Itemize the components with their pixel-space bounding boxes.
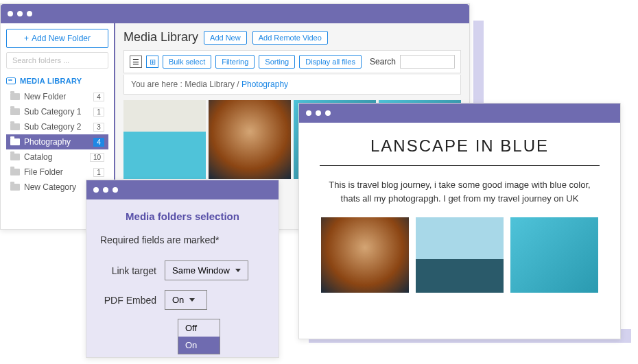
- titlebar: [1, 4, 469, 23]
- search-label: Search: [370, 57, 396, 66]
- media-folders-selection-window: Media folders selection Required fields …: [86, 180, 279, 358]
- window-dot: [103, 187, 108, 193]
- dropdown-option-on[interactable]: On: [178, 337, 220, 354]
- add-new-button[interactable]: Add New: [204, 31, 247, 45]
- folder-count-badge: 1: [93, 108, 104, 117]
- folder-count-badge: 3: [93, 123, 104, 132]
- modal-title: Media folders selection: [100, 210, 265, 222]
- window-dot: [325, 110, 331, 116]
- media-thumbnail[interactable]: [209, 100, 291, 179]
- folder-count-badge: 4: [93, 138, 104, 147]
- grid-view-button[interactable]: ⊞: [146, 56, 158, 68]
- window-dot: [306, 110, 311, 116]
- folder-count-badge: 4: [93, 93, 104, 101]
- dropdown-option-off[interactable]: Off: [178, 319, 220, 337]
- pdf-embed-dropdown: Off On: [178, 319, 220, 354]
- breadcrumb-root[interactable]: Media Library: [185, 80, 235, 89]
- folder-label: Sub Category 1: [24, 107, 89, 117]
- blog-image[interactable]: [321, 217, 409, 293]
- pdf-embed-label: PDF Embed: [100, 295, 156, 306]
- pdf-embed-value: On: [172, 295, 184, 305]
- blog-text: This is travel blog journey, i take some…: [320, 178, 600, 205]
- folder-icon: [10, 123, 20, 130]
- window-dot: [93, 187, 99, 193]
- filtering-button[interactable]: Filtering: [215, 55, 255, 69]
- titlebar: [86, 180, 279, 199]
- display-all-button[interactable]: Display all files: [299, 55, 362, 69]
- library-label: MEDIA LIBRARY: [20, 77, 82, 85]
- folder-icon: [10, 154, 20, 160]
- media-library-header: MEDIA LIBRARY: [6, 77, 108, 85]
- toolbar: ☰ ⊞ Bulk select Filtering Sorting Displa…: [123, 50, 461, 73]
- modal-subtitle: Required fields are marked*: [100, 234, 265, 245]
- folder-icon: [10, 184, 20, 191]
- sorting-button[interactable]: Sorting: [259, 55, 295, 69]
- breadcrumb-sep: /: [235, 80, 241, 89]
- divider: [320, 165, 600, 166]
- folder-list: New Folder4Sub Category 11Sub Category 2…: [6, 89, 108, 195]
- link-target-label: Link target: [100, 265, 156, 276]
- breadcrumb: You are here : Media Library / Photograp…: [123, 75, 461, 95]
- blog-title: LANSCAPE IN BLUE: [320, 136, 600, 156]
- breadcrumb-prefix: You are here :: [131, 80, 185, 89]
- library-icon: [6, 77, 16, 84]
- folder-icon: [10, 93, 20, 100]
- folder-label: Catalog: [24, 152, 86, 162]
- blog-preview-window: LANSCAPE IN BLUE This is travel blog jou…: [298, 103, 621, 339]
- folder-count-badge: 1: [93, 168, 104, 177]
- window-dot: [17, 11, 23, 16]
- chevron-down-icon: [235, 269, 241, 272]
- pdf-embed-select[interactable]: On: [165, 290, 207, 310]
- folder-item[interactable]: Photography4: [6, 134, 108, 149]
- window-dot: [113, 187, 118, 193]
- folder-icon: [10, 108, 20, 115]
- add-folder-button[interactable]: + Add New Folder: [6, 29, 108, 48]
- titlebar: [299, 104, 620, 123]
- media-thumbnail[interactable]: [123, 100, 206, 179]
- folder-item[interactable]: New Folder4: [6, 89, 108, 104]
- blog-gallery: [320, 217, 600, 293]
- link-target-value: Same Window: [172, 265, 230, 276]
- blog-image[interactable]: [416, 217, 504, 293]
- page-title: Media Library: [123, 30, 198, 45]
- folder-icon: [10, 138, 20, 145]
- add-folder-label: Add New Folder: [32, 34, 91, 43]
- folder-icon: [10, 169, 20, 175]
- blog-image[interactable]: [510, 217, 598, 293]
- folder-label: File Folder: [24, 167, 89, 177]
- add-remote-video-button[interactable]: Add Remote Video: [252, 31, 328, 45]
- folder-count-badge: 10: [90, 153, 104, 162]
- window-dot: [27, 11, 32, 16]
- plus-icon: +: [24, 34, 29, 43]
- folder-item[interactable]: Sub Category 11: [6, 104, 108, 119]
- chevron-down-icon: [189, 298, 195, 302]
- bulk-select-button[interactable]: Bulk select: [163, 55, 211, 69]
- search-input[interactable]: [400, 55, 455, 69]
- link-target-select[interactable]: Same Window: [165, 260, 248, 280]
- window-dot: [8, 11, 13, 16]
- list-view-button[interactable]: ☰: [130, 56, 142, 68]
- folder-item[interactable]: File Folder1: [6, 165, 108, 180]
- folder-item[interactable]: Catalog10: [6, 149, 108, 165]
- breadcrumb-current[interactable]: Photography: [241, 80, 288, 89]
- folder-label: Sub Category 2: [24, 122, 89, 132]
- window-dot: [316, 110, 321, 116]
- folder-label: Photography: [24, 137, 89, 147]
- folder-label: New Folder: [24, 92, 89, 101]
- folder-item[interactable]: Sub Category 23: [6, 119, 108, 134]
- search-folders-input[interactable]: [6, 52, 108, 69]
